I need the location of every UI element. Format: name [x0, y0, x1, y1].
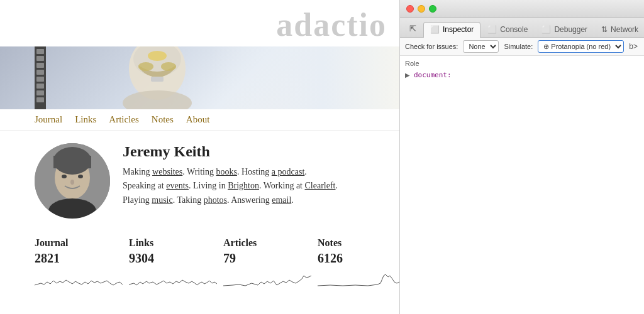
role-label: Role	[405, 60, 639, 67]
filmstrip-hole	[36, 77, 44, 82]
hero-trooper	[94, 46, 220, 109]
svg-point-15	[70, 180, 74, 185]
link-websites[interactable]: websites	[152, 167, 182, 176]
nav-articles[interactable]: Articles	[109, 114, 138, 125]
sparkline-journal	[35, 269, 123, 288]
devtools-panel: ⇱ ⬜ Inspector ⬜ Console ⬜ Debugger ⇅ Net…	[399, 0, 644, 314]
filmstrip-hole	[36, 84, 44, 89]
check-issues-select[interactable]: None	[463, 40, 499, 53]
tab-debugger[interactable]: ⬜ Debugger	[535, 22, 594, 38]
link-podcast[interactable]: a podcast	[272, 167, 304, 176]
stat-notes-count: 6126	[318, 251, 399, 266]
stat-journal-label: Journal	[35, 237, 123, 249]
tab-network[interactable]: ⇅ Network	[594, 22, 644, 38]
simulate-label: Simulate:	[504, 43, 533, 50]
stat-links-label: Links	[129, 237, 217, 249]
filmstrip-hole	[36, 70, 44, 75]
logo-text: adactio	[276, 7, 387, 43]
stat-journal: Journal 2821	[35, 237, 129, 291]
hero-image	[0, 46, 399, 109]
filmstrip-hole	[36, 56, 44, 61]
devtools-toolbar: Check for issues: None Simulate: ⊕ Prota…	[400, 38, 644, 56]
svg-rect-11	[53, 156, 91, 168]
network-icon: ⇅	[601, 25, 608, 34]
filmstrip-hole	[36, 90, 44, 95]
tab-network-label: Network	[611, 25, 638, 34]
filmstrip-hole	[36, 63, 44, 68]
sparkline-articles	[223, 269, 311, 288]
link-music[interactable]: music	[152, 195, 172, 205]
minimize-button[interactable]	[418, 5, 425, 13]
profile-name: Jeremy Keith	[123, 143, 338, 160]
stat-articles: Articles 79	[223, 237, 318, 291]
hero-gradient	[211, 46, 399, 109]
inspector-icon: ⬜	[430, 25, 440, 34]
link-clearleft[interactable]: Clearleft	[305, 181, 336, 190]
devtools-content: Role ▶ document:	[400, 56, 644, 314]
stat-links: Links 9304	[129, 237, 223, 291]
site-nav: Journal Links Articles Notes About	[0, 109, 399, 131]
profile-text: Jeremy Keith Making websites. Writing bo…	[123, 143, 338, 207]
stat-articles-count: 79	[223, 251, 311, 266]
filmstrip-hole	[36, 49, 44, 54]
site-logo: adactio	[0, 0, 399, 46]
tree-item-document[interactable]: ▶ document:	[405, 70, 639, 80]
stats-section: Journal 2821 Links 9304 Articles 79 Note…	[0, 231, 399, 291]
sparkline-links	[129, 269, 217, 288]
profile-section: Jeremy Keith Making websites. Writing bo…	[0, 131, 399, 231]
website-panel: adactio	[0, 0, 399, 314]
svg-point-4	[138, 62, 153, 71]
picker-icon: ⇱	[409, 24, 416, 33]
link-photos[interactable]: photos	[204, 195, 227, 205]
tab-inspector[interactable]: ⬜ Inspector	[423, 22, 480, 38]
profile-bio-2: Speaking at events. Living in Brighton. …	[123, 179, 338, 193]
tree-arrow-icon: ▶	[405, 72, 410, 78]
tab-console[interactable]: ⬜ Console	[480, 22, 535, 38]
link-email[interactable]: email	[272, 195, 291, 205]
profile-bio-1: Making websites. Writing books. Hosting …	[123, 165, 338, 179]
tab-debugger-label: Debugger	[554, 25, 587, 34]
maximize-button[interactable]	[429, 5, 436, 13]
check-issues-label: Check for issues:	[405, 43, 458, 50]
svg-point-6	[148, 51, 167, 61]
link-books[interactable]: books	[216, 167, 237, 176]
tab-console-label: Console	[500, 25, 528, 34]
svg-rect-2	[151, 77, 164, 82]
nav-about[interactable]: About	[186, 114, 210, 125]
svg-point-3	[123, 90, 192, 109]
close-button[interactable]	[406, 5, 414, 13]
svg-point-13	[62, 175, 67, 178]
nav-links[interactable]: Links	[75, 114, 96, 125]
avatar-image	[35, 143, 110, 219]
stat-notes-label: Notes	[318, 237, 399, 249]
svg-point-5	[161, 62, 176, 71]
nav-notes[interactable]: Notes	[152, 114, 174, 125]
stat-links-count: 9304	[129, 251, 217, 266]
sparkline-notes	[318, 269, 399, 288]
stat-notes: Notes 6126	[318, 237, 399, 291]
tab-inspector-label: Inspector	[443, 25, 474, 34]
console-icon: ⬜	[487, 25, 497, 34]
tree-document-label: document:	[414, 71, 452, 79]
avatar	[35, 143, 110, 219]
filmstrip-hole	[36, 97, 44, 102]
more-options-icon[interactable]: b>	[629, 42, 638, 51]
filmstrip	[35, 46, 46, 109]
nav-journal[interactable]: Journal	[35, 114, 62, 125]
stat-journal-count: 2821	[35, 251, 123, 266]
tab-picker[interactable]: ⇱	[402, 21, 423, 38]
debugger-icon: ⬜	[541, 25, 551, 34]
link-brighton[interactable]: Brighton	[228, 181, 259, 190]
devtools-titlebar	[400, 0, 644, 18]
profile-bio-3: Playing music. Taking photos. Answering …	[123, 193, 338, 207]
simulate-select[interactable]: ⊕ Protanopia (no red)	[538, 40, 624, 53]
stat-articles-label: Articles	[223, 237, 311, 249]
svg-point-14	[78, 175, 83, 178]
link-events[interactable]: events	[166, 181, 189, 190]
devtools-tabs: ⇱ ⬜ Inspector ⬜ Console ⬜ Debugger ⇅ Net…	[400, 18, 644, 38]
